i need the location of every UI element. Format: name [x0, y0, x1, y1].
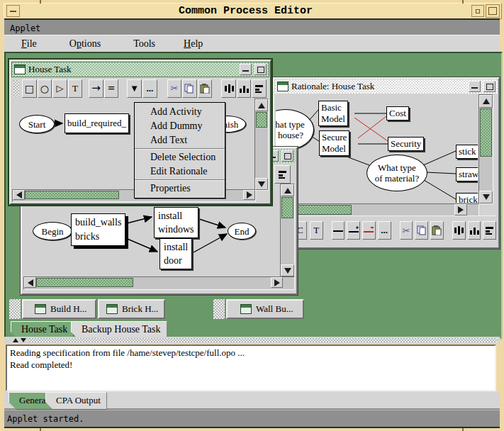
menu-item-edit-rationale[interactable]: Edit Rationale: [135, 164, 225, 179]
copy-button[interactable]: [415, 221, 428, 240]
minimized-grip[interactable]: [9, 299, 21, 319]
rationale-hscrollbar: [276, 203, 479, 216]
minimized-wall-builder[interactable]: Wall Bu...: [226, 299, 304, 319]
rationale-minimize-button[interactable]: [469, 81, 481, 92]
parallel-tool-button[interactable]: =: [104, 79, 119, 98]
text-tool-button[interactable]: T: [68, 79, 83, 98]
node-straw[interactable]: straw: [456, 167, 478, 181]
menu-item-delete-selection[interactable]: Delete Selection: [135, 150, 225, 164]
node-install-windows[interactable]: install windows: [154, 207, 198, 238]
more-tools-button[interactable]: ...: [142, 79, 157, 98]
house-maximize-button[interactable]: [254, 64, 267, 75]
menu-options[interactable]: Options: [69, 38, 101, 50]
node-question-material[interactable]: What type of material?: [366, 155, 427, 191]
align-left-button[interactable]: [274, 165, 291, 184]
align-bottom-button[interactable]: [468, 221, 481, 240]
menu-tools[interactable]: Tools: [133, 38, 155, 50]
node-begin[interactable]: Begin: [33, 222, 72, 240]
main-menubar: File Options Tools Help: [4, 35, 500, 54]
rationale-canvas[interactable]: What type of house? Basic Model Secure M…: [276, 94, 478, 203]
align-left-button[interactable]: [483, 221, 496, 240]
node-basic-model[interactable]: Basic Model: [318, 101, 348, 126]
tab-cpa-output[interactable]: CPA Output: [45, 392, 107, 410]
rationale-toolbar: C T ... ✂: [275, 216, 496, 245]
scroll-thumb[interactable]: [480, 108, 492, 157]
node-build-walls[interactable]: build_walls bricks: [71, 213, 125, 246]
minimized-grip[interactable]: [213, 299, 225, 319]
align-left-button[interactable]: [252, 79, 267, 98]
scroll-down-button[interactable]: [281, 264, 294, 276]
maximize-button[interactable]: [486, 4, 500, 18]
scroll-down-button[interactable]: [255, 178, 268, 190]
scroll-thumb[interactable]: [296, 205, 352, 215]
node-secure-model[interactable]: Secure Model: [319, 130, 349, 156]
triangle-tool-button[interactable]: ▷: [52, 79, 67, 98]
node-install-door[interactable]: install door: [159, 238, 192, 269]
sash-divider[interactable]: [4, 337, 500, 344]
rationale-titlebar[interactable]: Rationale: House Task: [275, 79, 498, 94]
backup-hscrollbar: [23, 276, 295, 290]
align-vertical-button[interactable]: [452, 221, 466, 240]
toolbar-grip[interactable]: [13, 80, 19, 96]
scroll-thumb[interactable]: [256, 112, 267, 128]
menu-item-add-text[interactable]: Add Text: [135, 133, 225, 147]
applet-menu[interactable]: Applet: [10, 23, 40, 33]
menu-item-properties[interactable]: Properties: [135, 181, 225, 196]
menu-separator: [135, 148, 225, 150]
more-tools-button[interactable]: ...: [378, 221, 391, 240]
node-end[interactable]: End: [228, 223, 256, 240]
scroll-thumb[interactable]: [281, 197, 293, 218]
arrow-tool-button[interactable]: →: [89, 79, 103, 98]
main-titlebar[interactable]: Common Process Editor: [4, 3, 502, 19]
paste-button[interactable]: [430, 221, 444, 240]
menu-item-add-activity[interactable]: Add Activity: [135, 105, 225, 119]
output-log[interactable]: Reading specification from file /hame/st…: [6, 345, 496, 391]
align-bottom-button[interactable]: [237, 79, 252, 98]
node-start[interactable]: Start: [19, 115, 55, 133]
minimized-brick-house[interactable]: Brick H...: [98, 299, 165, 319]
scroll-thumb[interactable]: [36, 278, 133, 287]
cut-button[interactable]: ✂: [400, 221, 413, 240]
window-menu-button[interactable]: [6, 5, 20, 17]
dropdown-tool-button[interactable]: ▼: [127, 79, 142, 98]
box-tool-button[interactable]: □: [22, 79, 37, 98]
scroll-right-button[interactable]: [243, 190, 255, 200]
copy-button[interactable]: [182, 79, 197, 98]
align-vertical-button[interactable]: [221, 79, 236, 98]
scroll-left-button[interactable]: [24, 277, 36, 288]
menu-file[interactable]: File: [21, 38, 37, 50]
scroll-up-button[interactable]: [479, 95, 493, 108]
minimized-build-house[interactable]: Build H...: [22, 299, 96, 319]
scroll-up-button[interactable]: [255, 99, 268, 111]
main-title: Common Process Editor: [20, 5, 471, 17]
node-stick[interactable]: stick: [456, 145, 478, 159]
house-minimize-button[interactable]: [240, 64, 252, 75]
right-arrow-icon: [247, 191, 252, 198]
node-security[interactable]: Security: [388, 137, 424, 151]
node-brick[interactable]: brick: [456, 193, 478, 203]
scroll-right-button[interactable]: [454, 204, 467, 216]
backup-maximize-button[interactable]: [281, 150, 293, 162]
line-tool-button[interactable]: [332, 221, 345, 240]
iconify-button[interactable]: [471, 5, 484, 17]
node-build-required[interactable]: build_required_: [65, 113, 129, 133]
sash-up-icon[interactable]: [13, 338, 18, 342]
menu-item-add-dummy[interactable]: Add Dummy: [135, 119, 225, 133]
scroll-up-button[interactable]: [281, 184, 294, 196]
scroll-right-button[interactable]: [271, 277, 283, 288]
line-minus-icon: [363, 225, 374, 235]
sash-down-icon[interactable]: [21, 338, 26, 342]
scroll-down-button[interactable]: [479, 191, 493, 203]
line-plus-tool-button[interactable]: [347, 221, 360, 240]
rationale-maximize-button[interactable]: [483, 81, 495, 92]
menu-help[interactable]: Help: [184, 38, 203, 50]
text-tool-button[interactable]: T: [310, 221, 323, 240]
scroll-left-button[interactable]: [13, 190, 25, 200]
house-titlebar[interactable]: House Task: [11, 62, 269, 77]
paste-button[interactable]: [198, 79, 213, 98]
cut-button[interactable]: ✂: [167, 79, 182, 98]
node-cost[interactable]: Cost: [386, 106, 409, 121]
circle-tool-button[interactable]: ○: [38, 79, 52, 98]
line-minus-tool-button[interactable]: [362, 221, 376, 240]
scroll-thumb[interactable]: [25, 191, 119, 199]
